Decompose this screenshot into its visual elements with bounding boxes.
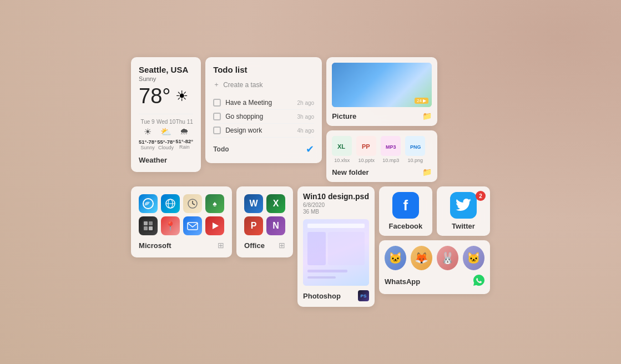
- twitter-tile: 2 Twitter: [437, 186, 490, 236]
- file-png[interactable]: PNG 10.png: [405, 136, 425, 163]
- svg-text:XL: XL: [337, 143, 345, 150]
- top-row: Seattle, USA Sunny 78° ☀ Tue 9 ☀ 51°-78°…: [131, 57, 490, 182]
- office-grid-icon: ⊞: [279, 241, 285, 250]
- weather-condition: Sunny: [139, 75, 193, 82]
- social-row: f Facebook 2 Twitter: [379, 186, 490, 236]
- todo-create[interactable]: ＋ Create a task: [213, 80, 314, 89]
- todo-time-2: 4h ago: [297, 128, 315, 134]
- todo-checkbox-2[interactable]: [213, 127, 221, 134]
- folder-files: XL 10.xlsx PP 10.pptx MP3 1: [332, 136, 432, 163]
- create-task-label: Create a task: [223, 81, 262, 89]
- xlsx-name: 10.xlsx: [334, 158, 350, 163]
- todo-item-0[interactable]: Have a Meeting 2h ago: [213, 96, 314, 110]
- mp3-name: 10.mp3: [382, 158, 399, 163]
- forecast-label-tue: Tue 9: [139, 119, 156, 125]
- ps-footer: Photoshop PS: [303, 290, 369, 301]
- todo-time-0: 2h ago: [297, 100, 315, 106]
- weather-temp: 78°: [139, 84, 170, 108]
- forecast-desc-wed: Cloudy: [156, 145, 175, 150]
- forecast-desc-thu: Rain: [175, 144, 193, 150]
- svg-text:PNG: PNG: [410, 144, 421, 150]
- todo-footer-label: Todo: [213, 145, 229, 153]
- ms-photos-icon[interactable]: [139, 216, 158, 235]
- photoshop-tile: Win10 design.psd 6/8/2020 36 MB Photosho…: [297, 186, 375, 307]
- ps-title: Win10 design.psd: [303, 192, 369, 201]
- svg-rect-18: [144, 226, 148, 230]
- main-layout: Seattle, USA Sunny 78° ☀ Tue 9 ☀ 51°-78°…: [131, 57, 490, 307]
- weather-tile: Seattle, USA Sunny 78° ☀ Tue 9 ☀ 51°-78°…: [131, 57, 201, 172]
- file-pptx[interactable]: PP 10.pptx: [356, 136, 376, 163]
- ms-mail-icon[interactable]: [183, 216, 202, 235]
- file-mp3[interactable]: MP3 10.mp3: [381, 136, 401, 163]
- svg-rect-20: [188, 223, 198, 230]
- pptx-icon: PP: [356, 136, 376, 156]
- forecast-day-thu: Thu 11 🌧 51°-82° Rain: [175, 119, 193, 150]
- picture-preview: 24 ▶: [332, 63, 432, 107]
- ms-globe-icon[interactable]: [161, 194, 180, 213]
- todo-item-1[interactable]: Go shopping 3h ago: [213, 110, 314, 124]
- social-and-wa: f Facebook 2 Twitter 🐱 🦊 🐰: [379, 186, 490, 294]
- powerpoint-icon[interactable]: P: [244, 216, 263, 235]
- ps-footer-label: Photoshop: [303, 292, 341, 300]
- office-tile: W X P N Office ⊞: [236, 186, 293, 257]
- forecast-range-tue: 51°-78°: [139, 139, 156, 145]
- office-app-grid: W X P N: [244, 194, 285, 235]
- microsoft-label: Microsoft: [139, 241, 171, 250]
- ms-maps-icon[interactable]: 📍: [161, 216, 180, 235]
- office-label: Office: [244, 241, 265, 250]
- todo-checkbox-0[interactable]: [213, 99, 221, 107]
- ms-solitaire-icon[interactable]: ♠: [205, 194, 224, 213]
- todo-item-2[interactable]: Design work 4h ago: [213, 124, 314, 138]
- folder-label: New folder: [332, 168, 368, 176]
- svg-rect-17: [149, 221, 153, 225]
- weather-temp-row: 78° ☀: [139, 84, 193, 108]
- svg-text:PP: PP: [362, 143, 370, 150]
- wa-avatar-1: 🦊: [411, 246, 432, 270]
- facebook-label: Facebook: [385, 222, 427, 230]
- facebook-icon[interactable]: f: [392, 192, 419, 219]
- office-footer: Office ⊞: [244, 241, 285, 250]
- wa-avatars: 🐱 🦊 🐰 🐱: [385, 246, 484, 270]
- wa-avatar-2: 🐰: [437, 246, 458, 270]
- weather-footer-label: Weather: [139, 156, 193, 164]
- ps-app-icon: PS: [358, 290, 369, 301]
- picture-preview-badge: 24 ▶: [415, 98, 428, 104]
- wa-avatar-0: 🐱: [385, 246, 406, 270]
- word-icon[interactable]: W: [244, 194, 263, 213]
- todo-list: Have a Meeting 2h ago Go shopping 3h ago…: [213, 96, 314, 138]
- plus-icon: ＋: [213, 80, 220, 89]
- xlsx-icon: XL: [332, 136, 352, 156]
- forecast-label-thu: Thu 11: [175, 119, 193, 125]
- picture-and-folder: 24 ▶ Picture 📁 XL 10.xlsx: [326, 57, 437, 182]
- ms-clock-icon[interactable]: [183, 194, 202, 213]
- pptx-name: 10.pptx: [358, 158, 375, 163]
- todo-text-2: Design work: [225, 127, 262, 134]
- microsoft-tile: ♠ 📍 Microsoft ⊞: [131, 186, 232, 257]
- todo-check-icon: ✔: [306, 143, 314, 155]
- todo-checkbox-1[interactable]: [213, 113, 221, 120]
- svg-line-14: [193, 204, 195, 205]
- svg-marker-21: [213, 223, 219, 229]
- forecast-icon-tue: ☀: [139, 127, 156, 137]
- new-folder-icon: 📁: [422, 168, 432, 176]
- new-folder-tile: XL 10.xlsx PP 10.pptx MP3 1: [326, 130, 437, 182]
- svg-rect-16: [144, 221, 148, 225]
- png-icon: PNG: [405, 136, 425, 156]
- ps-size: 36 MB: [303, 209, 369, 215]
- twitter-badge: 2: [476, 191, 486, 201]
- wa-footer: WhatsApp: [385, 275, 484, 289]
- forecast-icon-thu: 🌧: [175, 127, 193, 136]
- file-xlsx[interactable]: XL 10.xlsx: [332, 136, 352, 163]
- onenote-icon[interactable]: N: [266, 216, 285, 235]
- excel-icon[interactable]: X: [266, 194, 285, 213]
- facebook-tile: f Facebook: [379, 186, 432, 236]
- forecast: Tue 9 ☀ 51°-78° Sunny Wed 10 ⛅ 55°-78° C…: [139, 114, 193, 150]
- weather-city: Seattle, USA: [139, 65, 193, 74]
- ms-edge-icon[interactable]: [139, 194, 158, 213]
- ms-video-icon[interactable]: [205, 216, 224, 235]
- twitter-icon[interactable]: [450, 192, 477, 219]
- microsoft-grid-icon: ⊞: [218, 241, 224, 250]
- forecast-day-tue: Tue 9 ☀ 51°-78° Sunny: [139, 119, 156, 150]
- microsoft-footer: Microsoft ⊞: [139, 241, 224, 250]
- todo-title: Todo list: [213, 65, 314, 74]
